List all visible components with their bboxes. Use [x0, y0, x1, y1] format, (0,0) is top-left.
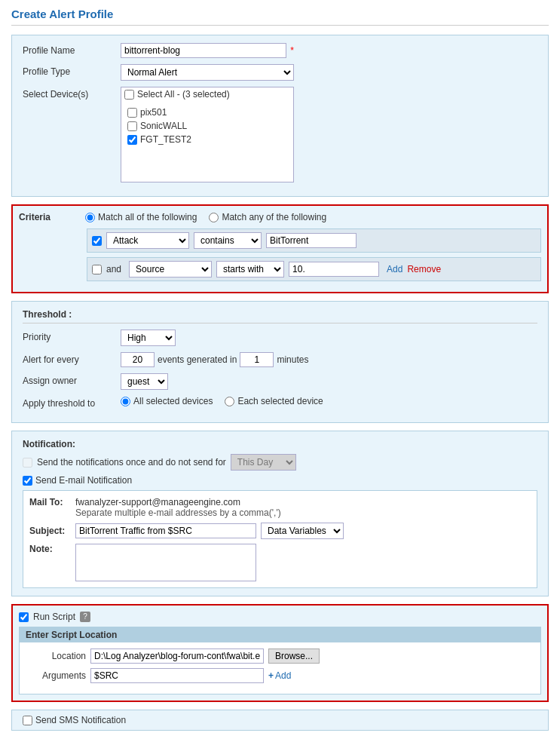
- sms-notification-label: Send SMS Notification: [35, 715, 126, 725]
- alert-for-every-row: Alert for every events generated in minu…: [23, 352, 537, 367]
- once-notification-label: Send the notifications once and do not s…: [37, 457, 226, 468]
- profile-type-control: Normal Alert Threshold Alert: [121, 64, 537, 81]
- email-notification-row: Send E-mail Notification: [23, 475, 537, 486]
- main-form-section: Profile Name * Profile Type Normal Alert…: [11, 35, 549, 197]
- all-selected-radio[interactable]: [121, 397, 130, 406]
- profile-type-label: Profile Type: [23, 64, 121, 77]
- subject-input[interactable]: [75, 523, 256, 538]
- device-list-scroll[interactable]: pix501 SonicWALL FGT_TEST2: [121, 103, 293, 182]
- email-notification-checkbox[interactable]: [23, 476, 32, 486]
- device-name-fgt: FGT_TEST2: [140, 134, 191, 145]
- run-script-checkbox[interactable]: [19, 612, 29, 622]
- note-textarea[interactable]: [75, 544, 256, 581]
- run-script-label: Run Script: [33, 612, 75, 622]
- script-location-label: Location: [26, 651, 86, 661]
- email-box: Mail To: fwanalyzer-support@manageengine…: [23, 490, 537, 588]
- select-all-row: Select All - (3 selected): [121, 87, 293, 101]
- notification-section: Notification: Send the notifications onc…: [11, 431, 549, 596]
- add-criteria-link[interactable]: Add: [387, 264, 402, 274]
- once-notification-checkbox[interactable]: [23, 458, 32, 468]
- script-inner-body: Location Browse... Arguments + Add: [20, 642, 540, 694]
- profile-name-row: Profile Name *: [23, 43, 537, 58]
- note-label: Note:: [29, 544, 71, 554]
- match-any-label: Match any of the following: [222, 212, 326, 222]
- script-location-input[interactable]: [90, 648, 264, 664]
- device-name-pix501: pix501: [140, 107, 167, 118]
- list-item: SonicWALL: [124, 119, 290, 133]
- run-script-help-icon[interactable]: ?: [80, 612, 90, 622]
- add-remove-links: Add Remove: [387, 264, 441, 274]
- all-selected-radio-item: All selected devices: [121, 396, 213, 406]
- criteria-header: Criteria Match all of the following Matc…: [19, 212, 541, 222]
- criteria-row2-field-select[interactable]: Source Attack Destination: [129, 261, 212, 277]
- profile-type-select[interactable]: Normal Alert Threshold Alert: [121, 64, 294, 81]
- assign-owner-control: guest admin: [121, 373, 537, 390]
- note-row: Note:: [29, 544, 531, 581]
- device-checkbox-fgt[interactable]: [127, 135, 137, 145]
- sms-notification-checkbox[interactable]: [23, 716, 32, 725]
- page-title: Create Alert Profile: [11, 8, 549, 26]
- once-period-select[interactable]: This Day This Hour This Week: [231, 454, 296, 471]
- criteria-row1-value-input[interactable]: [266, 233, 357, 248]
- match-any-radio[interactable]: [209, 213, 219, 222]
- assign-owner-row: Assign owner guest admin: [23, 373, 537, 390]
- profile-name-label: Profile Name: [23, 43, 121, 56]
- select-all-label: Select All - (3 selected): [137, 89, 230, 100]
- script-arguments-input[interactable]: [90, 668, 264, 683]
- assign-owner-select[interactable]: guest admin: [121, 373, 168, 390]
- events-text: events generated in: [158, 354, 237, 365]
- criteria-row2-connector: and: [106, 264, 121, 274]
- mail-to-value: fwanalyzer-support@manageengine.com: [75, 497, 281, 507]
- script-arguments-label: Arguments: [26, 670, 86, 681]
- criteria-row1-field-select[interactable]: Attack Source Destination: [106, 232, 189, 249]
- data-variables-select[interactable]: Data Variables: [261, 523, 344, 539]
- each-selected-label: Each selected device: [237, 396, 323, 406]
- run-script-section: Run Script ? Enter Script Location Locat…: [11, 604, 549, 702]
- criteria-row2-checkbox[interactable]: [92, 265, 102, 274]
- add-argument-link[interactable]: + Add: [268, 670, 291, 681]
- alert-for-every-label: Alert for every: [23, 352, 121, 365]
- apply-threshold-label: Apply threshold to: [23, 396, 121, 409]
- page-container: Create Alert Profile Profile Name * Prof…: [0, 0, 560, 742]
- mail-to-info: fwanalyzer-support@manageengine.com Sepa…: [75, 497, 281, 518]
- device-checkbox-sonicwall[interactable]: [127, 121, 137, 131]
- once-notification-row: Send the notifications once and do not s…: [23, 454, 537, 471]
- priority-label: Priority: [23, 330, 121, 342]
- criteria-row1-op-select[interactable]: contains starts with equals: [194, 232, 262, 249]
- criteria-row1-checkbox[interactable]: [92, 236, 102, 246]
- device-checkbox-pix501[interactable]: [127, 108, 137, 118]
- match-any-radio-item: Match any of the following: [209, 212, 326, 222]
- minutes-count-input[interactable]: [240, 352, 274, 367]
- required-star: *: [290, 45, 294, 56]
- priority-row: Priority Low Medium High Critical: [23, 330, 537, 346]
- priority-select[interactable]: Low Medium High Critical: [121, 330, 176, 346]
- match-all-radio[interactable]: [85, 213, 95, 222]
- select-devices-control: Select All - (3 selected) pix501 SonicWA…: [121, 87, 537, 182]
- criteria-row-2: and Source Attack Destination starts wit…: [87, 257, 541, 281]
- threshold-section: Threshold : Priority Low Medium High Cri…: [11, 301, 549, 423]
- script-arguments-row: Arguments + Add: [26, 668, 534, 683]
- criteria-row2-value-input[interactable]: [289, 262, 379, 277]
- subject-label: Subject:: [29, 526, 71, 536]
- select-all-checkbox[interactable]: [124, 90, 134, 100]
- all-selected-label: All selected devices: [133, 396, 213, 406]
- browse-button[interactable]: Browse...: [268, 648, 320, 664]
- criteria-section: Criteria Match all of the following Matc…: [11, 204, 549, 293]
- threshold-title: Threshold :: [23, 309, 537, 323]
- profile-name-input[interactable]: [121, 43, 286, 58]
- remove-criteria-link[interactable]: Remove: [407, 264, 441, 274]
- match-all-label: Match all of the following: [98, 212, 197, 222]
- each-selected-radio[interactable]: [225, 397, 234, 406]
- script-inner: Enter Script Location Location Browse...…: [19, 627, 541, 694]
- events-count-input[interactable]: [121, 352, 155, 367]
- criteria-radio-group: Match all of the following Match any of …: [85, 212, 326, 222]
- script-location-row: Location Browse...: [26, 648, 534, 664]
- device-list-container: Select All - (3 selected) pix501 SonicWA…: [121, 87, 294, 182]
- assign-owner-label: Assign owner: [23, 373, 121, 386]
- apply-threshold-row: Apply threshold to All selected devices …: [23, 396, 537, 409]
- sms-checkbox-row: Send SMS Notification: [23, 715, 537, 725]
- subject-row: Subject: Data Variables: [29, 523, 531, 539]
- sms-section: Send SMS Notification: [11, 710, 549, 731]
- criteria-row2-op-select[interactable]: starts with contains equals: [216, 261, 284, 277]
- plus-icon: +: [268, 670, 274, 681]
